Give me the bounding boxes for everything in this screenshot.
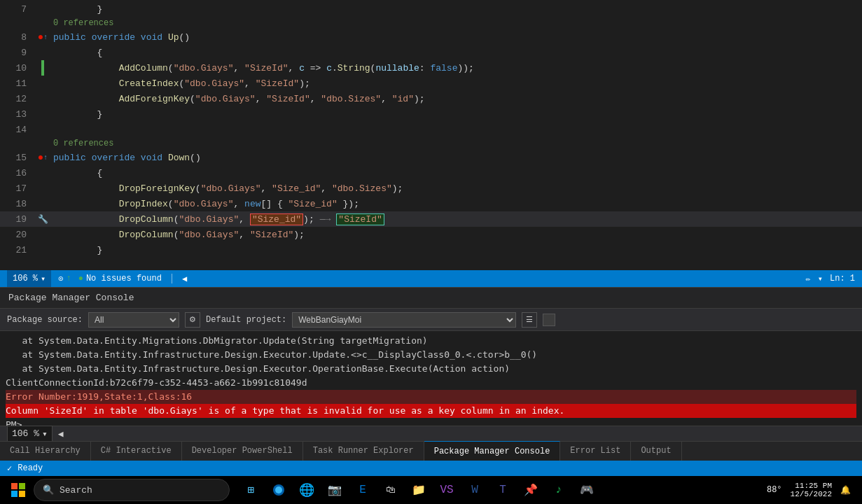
panel-title: Package Manager Console: [8, 293, 134, 303]
taskbar-right: 88° 11:25 PM 12/5/2022 🔔: [767, 482, 856, 498]
table-row: 11 CreateIndex("dbo.Giays", "SizeId");: [0, 76, 862, 91]
svg-rect-3: [19, 491, 25, 497]
tab-error-list[interactable]: Error List: [560, 441, 631, 461]
debug-icon2: ●: [38, 152, 43, 163]
source-select[interactable]: All: [88, 312, 179, 328]
tab-package-manager[interactable]: Package Manager Console: [424, 441, 561, 461]
taskbar-clock: 11:25 PM 12/5/2022: [791, 482, 832, 498]
taskbar-app-store[interactable]: 🛍: [378, 477, 403, 503]
zoom-level[interactable]: 106 % ▾: [7, 270, 51, 287]
check-ready-icon: ✓: [7, 463, 12, 474]
notification-icon[interactable]: 🔔: [840, 485, 851, 496]
git-indicator: ↑: [66, 274, 71, 284]
table-row: 10 AddColumn("dbo.Giays", "SizeId", c =>…: [0, 60, 862, 76]
checkbox-btn[interactable]: [543, 314, 555, 326]
table-row: . 0 references: [0, 17, 862, 29]
table-row: 8 ● ↑ public override void Up(): [0, 29, 862, 45]
taskbar-app-spotify[interactable]: ♪: [546, 477, 571, 503]
check-icon: ●: [78, 274, 83, 284]
source-label: Package source:: [7, 315, 83, 325]
table-row: 14: [0, 122, 862, 137]
scroll-left-btn[interactable]: ◀: [182, 274, 187, 284]
code-lines: 7 } . 0 references 8 ● ↑ public override…: [0, 0, 862, 270]
pen-dropdown[interactable]: ▾: [818, 274, 823, 284]
taskbar: 🔍 Search ⊞ 🌐 📷 Ε 🛍 📁 VS W T 📌 ♪ 🎮 88° 11…: [0, 476, 862, 504]
taskbar-app-sticky[interactable]: 📌: [518, 477, 543, 503]
taskbar-app-camera[interactable]: 📷: [322, 477, 347, 503]
panel-header: Package Manager Console: [0, 288, 862, 309]
settings-btn[interactable]: ⚙: [185, 312, 200, 328]
panel-scroll-left[interactable]: ◀: [58, 428, 64, 440]
taskbar-app-vs[interactable]: VS: [434, 477, 459, 503]
svg-rect-1: [19, 483, 25, 489]
editor-status-bar: 106 % ▾ ⊙ ↑ ● No issues found ◀ ✏ ▾ Ln: …: [0, 270, 862, 287]
pencil-icon: ✏: [806, 274, 811, 284]
taskbar-app-edge[interactable]: Ε: [350, 477, 375, 503]
list-item: Error Number:1919,State:1,Class:16: [6, 390, 856, 404]
table-row: 9 {: [0, 45, 862, 60]
taskbar-app-browser[interactable]: 🌐: [294, 477, 319, 503]
svg-rect-0: [11, 483, 18, 489]
svg-point-5: [275, 486, 282, 493]
issues-status: ● No issues found: [78, 274, 162, 284]
start-button[interactable]: [6, 477, 31, 503]
panel-status: 106 % ▾ ◀: [0, 426, 862, 441]
taskbar-search[interactable]: 🔍 Search: [34, 479, 230, 501]
table-row: 15 ● ↑ public override void Down(): [0, 150, 862, 165]
bottom-tabs: Call Hierarchy C# Interactive Developer …: [0, 441, 862, 461]
tab-csharp-interactive[interactable]: C# Interactive: [91, 441, 182, 461]
list-item: at System.Data.Entity.Infrastructure.Des…: [6, 362, 856, 376]
project-select[interactable]: WebBanGiayMoi: [292, 312, 516, 328]
table-row: 7 }: [0, 1, 862, 17]
tab-call-hierarchy[interactable]: Call Hierarchy: [0, 441, 91, 461]
taskbar-app-cortana[interactable]: [266, 477, 291, 503]
table-row: 12 AddForeignKey("dbo.Giays", "SizeId", …: [0, 91, 862, 106]
search-text: Search: [60, 485, 92, 496]
ready-bar: ✓ Ready: [0, 461, 862, 476]
table-row: 20 DropColumn("dbo.Giays", "SizeId");: [0, 227, 862, 242]
tab-output[interactable]: Output: [631, 441, 681, 461]
panel-zoom[interactable]: 106 % ▾: [7, 426, 53, 442]
taskbar-app-teams[interactable]: T: [490, 477, 515, 503]
table-row: 18 DropIndex("dbo.Giays", new[] { "Size_…: [0, 196, 862, 211]
code-editor: 7 } . 0 references 8 ● ↑ public override…: [0, 0, 862, 270]
status-bar-right: ✏ ▾ Ln: 1: [806, 274, 855, 284]
table-row: 16 {: [0, 165, 862, 181]
taskbar-app-extra[interactable]: 🎮: [574, 477, 599, 503]
console-output: at System.Data.Entity.Migrations.DbMigra…: [0, 331, 862, 426]
rename-icon: 🔧: [38, 214, 48, 225]
git-icon: ⊙: [58, 274, 63, 284]
table-row: 21 }: [0, 242, 862, 258]
list-item: at System.Data.Entity.Migrations.DbMigra…: [6, 334, 856, 348]
taskbar-app-word[interactable]: W: [462, 477, 487, 503]
list-btn[interactable]: ☰: [522, 312, 537, 328]
arrow-up-icon: ↑: [43, 34, 48, 41]
table-row: 17 DropForeignKey("dbo.Giays", "Size_id"…: [0, 181, 862, 196]
ready-text: Ready: [18, 463, 43, 473]
list-item: PM>: [6, 418, 856, 426]
git-status: ⊙ ↑: [58, 274, 71, 284]
arrow-up-icon2: ↑: [43, 154, 48, 162]
table-row: 19 🔧 DropColumn("dbo.Giays", "Size_id");…: [0, 211, 862, 227]
tab-task-runner[interactable]: Task Runner Explorer: [303, 441, 424, 461]
tab-developer-powershell[interactable]: Developer PowerShell: [182, 441, 303, 461]
list-item: Column 'SizeId' in table 'dbo.Giays' is …: [6, 404, 856, 418]
taskbar-app-widget[interactable]: ⊞: [238, 477, 263, 503]
project-label: Default project:: [206, 315, 286, 325]
search-icon: 🔍: [43, 484, 54, 496]
taskbar-app-mail[interactable]: 📁: [406, 477, 431, 503]
table-row: 13 }: [0, 106, 862, 122]
taskbar-apps: ⊞ 🌐 📷 Ε 🛍 📁 VS W T 📌 ♪ 🎮: [238, 477, 599, 503]
table-row: . 0 references: [0, 137, 862, 150]
debug-icon: ●: [38, 31, 43, 43]
package-manager-panel: Package Manager Console Package source: …: [0, 287, 862, 441]
weather-temp: 88°: [767, 485, 782, 495]
list-item: ClientConnectionId:b72c6f79-c352-4453-a6…: [6, 376, 856, 390]
svg-rect-2: [11, 491, 18, 497]
panel-toolbar: Package source: All ⚙ Default project: W…: [0, 309, 862, 331]
list-item: at System.Data.Entity.Infrastructure.Des…: [6, 348, 856, 362]
separator: [172, 274, 172, 284]
